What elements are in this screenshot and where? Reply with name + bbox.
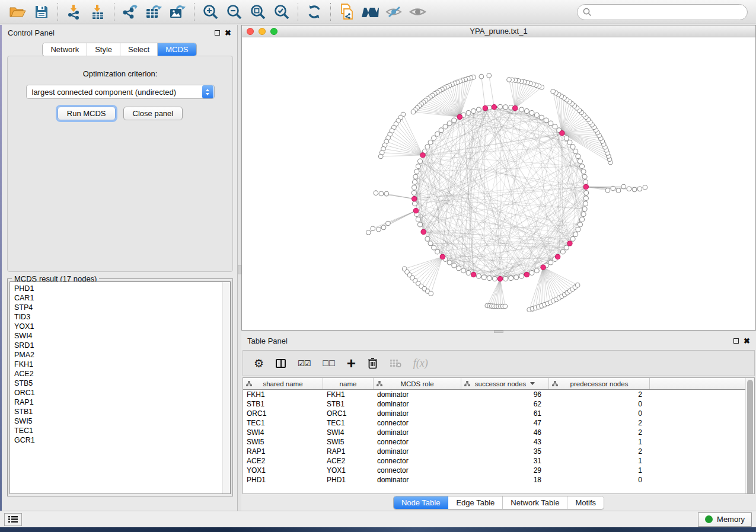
table-cell: ORC1 [323,409,374,418]
tab-edge-table[interactable]: Edge Table [448,496,503,509]
float-panel-icon[interactable] [215,30,220,36]
mcds-result-item[interactable]: STB1 [14,407,230,416]
horizontal-splitter[interactable] [241,331,756,333]
mcds-result-item[interactable]: GCR1 [14,435,230,445]
mcds-result-item[interactable]: CAR1 [14,293,230,303]
zoom-fit-button[interactable] [246,2,270,22]
table-row[interactable]: YOX1YOX1connector291 [243,466,754,475]
eye-slash-icon [385,5,403,18]
search-icon [583,8,592,17]
export-table-button[interactable] [142,2,166,22]
mcds-result-item[interactable]: STP4 [14,303,230,312]
run-mcds-button[interactable]: Run MCDS [58,107,116,120]
table-cell: TEC1 [323,418,374,428]
mcds-result-item[interactable]: PMA2 [14,350,230,360]
tab-network[interactable]: Network [43,43,87,56]
mcds-result-item[interactable]: TID3 [14,312,230,322]
mcds-result-item[interactable]: TEC1 [14,426,230,435]
mcds-result-item[interactable]: ORC1 [14,388,230,398]
network-window-titlebar[interactable]: YPA_prune.txt_1 [242,25,755,37]
splitter-handle[interactable] [494,331,503,333]
mcds-result-list[interactable]: PHD1CAR1STP4TID3YOX1SWI4SRD1PMA2FKH1ACE2… [9,281,231,494]
tab-mcds[interactable]: MCDS [158,43,196,56]
tab-node-table[interactable]: Node Table [394,496,449,509]
table-row[interactable]: FKH1FKH1dominator962 [243,390,754,399]
mcds-result-item[interactable]: STB5 [14,379,230,388]
tab-select[interactable]: Select [120,43,158,56]
close-panel-button[interactable]: Close panel [123,107,183,120]
mcds-result-item[interactable]: YOX1 [14,322,230,331]
network-graph-canvas[interactable] [242,37,755,330]
mcds-result-item[interactable]: SRD1 [14,341,230,350]
save-session-button[interactable] [30,2,53,22]
hide-graphics-details-button[interactable] [382,2,406,22]
tab-network-table[interactable]: Network Table [503,496,567,509]
column-header-predecessor-nodes[interactable]: predecessor nodes [549,378,650,389]
table-cell: dominator [374,409,461,418]
export-image-icon [169,4,187,20]
node-table[interactable]: shared namenameMCDS rolesuccessor nodesp… [243,377,755,494]
mcds-result-item[interactable]: SWI4 [14,331,230,341]
table-cell: connector [374,466,461,475]
splitter-handle[interactable] [238,265,241,274]
table-cell: dominator [374,475,461,485]
toolbar-separator [298,3,298,21]
apply-layout-button[interactable] [302,2,326,22]
close-panel-icon[interactable]: ✖ [225,30,231,36]
search-input[interactable] [595,8,742,17]
tab-motifs[interactable]: Motifs [567,496,604,509]
result-list-scrollbar[interactable] [222,282,230,493]
import-network-button[interactable] [62,2,86,22]
show-graphics-details-button[interactable] [406,2,430,22]
criterion-dropdown[interactable]: largest connected component (undirected) [26,85,215,99]
table-row[interactable]: STB1STB1dominator620 [243,399,754,409]
mcds-result-item[interactable]: FKH1 [14,360,230,369]
select-all-button[interactable]: ☑☑ [298,359,310,368]
table-cell: 0 [549,409,650,418]
mcds-result-item[interactable]: RAP1 [14,398,230,407]
column-header-MCDS-role[interactable]: MCDS role [374,378,461,389]
first-neighbors-button[interactable] [359,2,382,22]
column-header-name[interactable]: name [323,378,374,389]
float-panel-icon[interactable] [733,338,739,344]
checked-boxes-icon: ☑☑ [298,359,310,368]
zoom-in-button[interactable] [199,2,222,22]
mcds-result-item[interactable]: ACE2 [14,369,230,379]
zoom-selected-button[interactable] [270,2,294,22]
zoom-in-icon [202,4,219,20]
table-options-button[interactable]: ⚙ [254,357,264,370]
memory-button[interactable]: Memory [698,512,752,527]
tab-style[interactable]: Style [87,43,120,56]
zoom-out-button[interactable] [222,2,246,22]
export-network-button[interactable] [119,2,142,22]
export-image-button[interactable] [166,2,190,22]
table-cell: 62 [461,399,549,409]
table-header-row: shared namenameMCDS rolesuccessor nodesp… [243,378,754,390]
import-table-button[interactable] [86,2,110,22]
close-panel-icon[interactable]: ✖ [744,338,750,344]
network-search-field[interactable] [577,4,748,20]
table-row[interactable]: ACE2ACE2connector311 [243,456,754,466]
table-row[interactable]: PHD1PHD1dominator180 [243,475,754,485]
mcds-result-item[interactable]: PHD1 [14,284,230,293]
table-row[interactable]: SWI4SWI4dominator462 [243,428,754,437]
column-header-shared-name[interactable]: shared name [243,378,323,389]
mcds-result-item[interactable]: SWI5 [14,416,230,426]
column-header-successor-nodes[interactable]: successor nodes [461,378,549,389]
table-row[interactable]: SWI5SWI5connector431 [243,437,754,447]
table-cell: 61 [461,409,549,418]
task-history-button[interactable] [4,513,22,526]
duplicate-network-button[interactable] [335,2,359,22]
table-scrollbar[interactable] [745,378,754,493]
delete-row-button[interactable] [368,357,378,369]
scrollbar-thumb[interactable] [747,380,753,494]
show-columns-button[interactable] [276,359,286,368]
vertical-splitter[interactable] [238,25,241,511]
table-cell: connector [374,437,461,447]
table-row[interactable]: ORC1ORC1dominator610 [243,409,754,418]
table-row[interactable]: TEC1TEC1connector472 [243,418,754,428]
table-row[interactable]: RAP1RAP1dominator352 [243,447,754,456]
add-row-button[interactable]: + [347,357,356,369]
deselect-all-button[interactable]: ☐☐ [322,359,334,368]
open-file-button[interactable] [6,2,30,22]
